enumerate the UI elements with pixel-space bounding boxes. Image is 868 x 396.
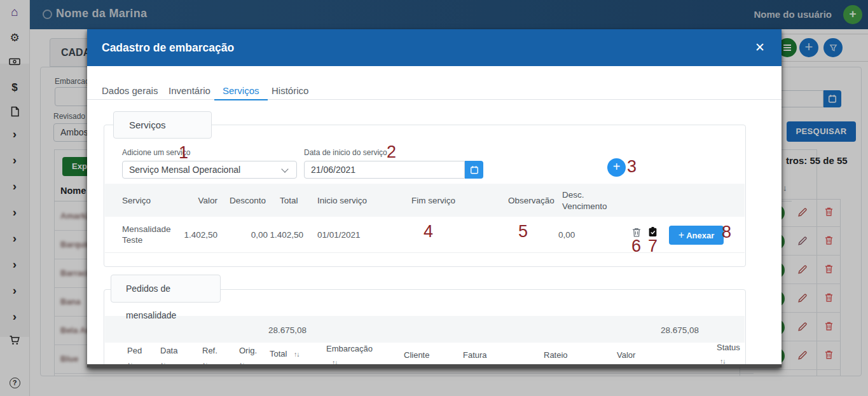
cell-inicio: 01/01/2021 [317,230,361,240]
col-servico: Serviço [122,196,151,205]
col-cliente: Cliente [404,350,429,360]
annotation-2: 2 [387,144,396,160]
start-date-calendar-button[interactable] [465,161,483,179]
col-fatura: Fatura [463,350,487,360]
plus-icon: + [679,229,684,240]
annotation-8: 8 [722,224,731,240]
col-data[interactable]: Data [160,346,177,355]
col-desc-venc-1: Desc. [562,190,584,200]
tab-historico[interactable]: Histórico [263,83,317,100]
modal-title: Cadastro de embarcação [102,29,234,66]
vessel-registration-modal: Cadastro de embarcação ✕ Dados gerais In… [87,29,782,367]
sort-icon: ↑↓ [294,350,300,358]
application-root: ⌂ ⚙ $ › › › › › › › › ? Nome da Marina N… [0,0,868,396]
annotation-1: 1 [179,144,188,161]
col-desconto: Desconto [230,196,266,205]
tab-inventario[interactable]: Inventário [160,83,219,100]
cell-total: 1.402,50 [265,230,303,240]
col-rateio: Rateio [544,350,568,360]
col-status[interactable]: Status [717,343,740,352]
tab-servicos[interactable]: Serviços [214,83,268,100]
cell-valor: 1.402,50 [179,230,217,240]
pedidos-summary-row [105,316,745,343]
pedidos-total-sum: 28.675,08 [267,325,307,335]
col-valor: Valor [179,196,217,205]
col-ref[interactable]: Ref. [202,346,217,355]
col-orig[interactable]: Orig. [239,346,257,355]
col-observacao: Observação [508,196,555,205]
cell-desc-venc: 0,00 [558,230,575,240]
add-service-button[interactable]: + [607,158,626,177]
chevron-down-icon [281,165,288,172]
annotation-3: 3 [627,158,637,175]
tab-dados-gerais[interactable]: Dados gerais [93,83,166,100]
col-fim: Fim serviço [411,196,455,205]
pedidos-valor-sum: 28.675,08 [659,325,699,335]
annotation-4: 4 [424,223,433,240]
close-icon[interactable]: ✕ [752,40,768,55]
col-desc-venc-2: Vencimento [562,201,607,211]
services-legend: Serviços [113,111,212,139]
add-service-select[interactable]: Serviço Mensal Operacional [122,161,297,179]
start-date-input[interactable]: 21/06/2021 [304,161,465,179]
col-total-pedidos[interactable]: Total [270,349,287,358]
col-total: Total [280,196,298,205]
cell-servico: Mensalidade Teste [122,224,176,245]
col-ped[interactable]: Ped [127,346,142,355]
start-date-label: Data de inicio do serviço [304,148,387,157]
annotation-7: 7 [648,238,658,254]
modal-header: Cadastro de embarcação ✕ [87,29,782,66]
attach-button[interactable]: + Anexar [669,226,724,245]
horizontal-scrollbar[interactable] [87,364,782,367]
col-valor-pedidos: Valor [617,350,635,360]
cell-desconto: 0,00 [230,230,268,240]
annotation-5: 5 [518,223,528,240]
pedidos-legend: Pedidos de mensalidade [111,275,221,303]
annotation-6: 6 [631,238,641,254]
col-embarcacao[interactable]: Embarcação [326,344,373,353]
col-inicio: Inicio serviço [317,196,367,205]
